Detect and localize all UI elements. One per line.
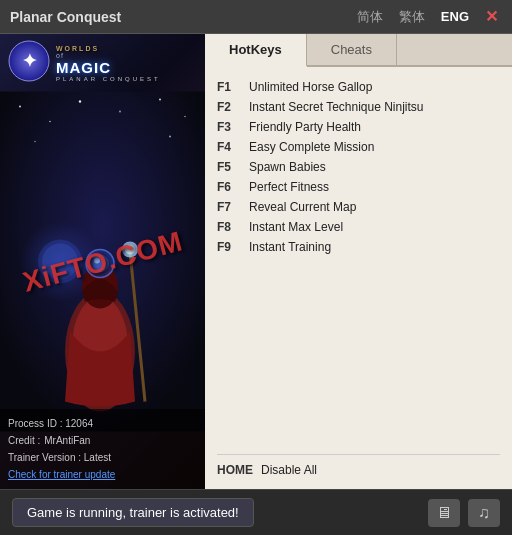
monitor-icon-button[interactable]: 🖥 xyxy=(428,499,460,527)
hotkey-label: Instant Training xyxy=(249,240,331,254)
hotkey-label: Reveal Current Map xyxy=(249,200,356,214)
svg-point-4 xyxy=(119,111,121,113)
hotkeys-list: F1Unlimited Horse GallopF2Instant Secret… xyxy=(205,67,512,450)
svg-point-2 xyxy=(49,121,51,123)
status-icons: 🖥 ♫ xyxy=(428,499,500,527)
title-bar: Planar Conquest 简体 繁体 ENG ✕ xyxy=(0,0,512,34)
hotkey-key: F5 xyxy=(217,160,241,174)
hotkey-label: Unlimited Horse Gallop xyxy=(249,80,372,94)
main-content: ✦ WORLDS of MAGIC PLANAR CONQUEST XiFTO.… xyxy=(0,34,512,489)
hotkey-key: F9 xyxy=(217,240,241,254)
hotkey-label: Perfect Fitness xyxy=(249,180,329,194)
hotkey-label: Instant Max Level xyxy=(249,220,343,234)
lang-traditional[interactable]: 繁体 xyxy=(395,6,429,28)
game-art: ✦ WORLDS of MAGIC PLANAR CONQUEST XiFTO.… xyxy=(0,34,205,489)
game-art-panel: ✦ WORLDS of MAGIC PLANAR CONQUEST XiFTO.… xyxy=(0,34,205,489)
app-title: Planar Conquest xyxy=(10,9,121,25)
trainer-version: Trainer Version : Latest xyxy=(8,449,197,466)
hotkey-item: F2Instant Secret Technique Ninjitsu xyxy=(217,97,500,117)
status-message: Game is running, trainer is activated! xyxy=(12,498,254,527)
hotkey-key: F8 xyxy=(217,220,241,234)
home-disable-row: HOME Disable All xyxy=(217,454,500,481)
hotkey-label: Instant Secret Technique Ninjitsu xyxy=(249,100,424,114)
hotkey-item: F7Reveal Current Map xyxy=(217,197,500,217)
language-selector: 简体 繁体 ENG ✕ xyxy=(353,6,502,28)
home-section: HOME Disable All xyxy=(205,450,512,489)
tab-bar: HotKeys Cheats xyxy=(205,34,512,67)
left-info-panel: Process ID : 12064 Credit : MrAntiFan Tr… xyxy=(0,409,205,489)
hotkey-label: Spawn Babies xyxy=(249,160,326,174)
svg-point-7 xyxy=(34,141,36,143)
close-button[interactable]: ✕ xyxy=(481,7,502,26)
hotkey-label: Friendly Party Health xyxy=(249,120,361,134)
hotkey-key: F7 xyxy=(217,200,241,214)
tab-cheats[interactable]: Cheats xyxy=(307,34,397,65)
tab-hotkeys[interactable]: HotKeys xyxy=(205,34,307,67)
svg-text:✦: ✦ xyxy=(22,51,37,71)
home-key: HOME xyxy=(217,463,253,477)
hotkey-item: F6Perfect Fitness xyxy=(217,177,500,197)
lang-simplified[interactable]: 简体 xyxy=(353,6,387,28)
music-icon-button[interactable]: ♫ xyxy=(468,499,500,527)
update-link[interactable]: Check for trainer update xyxy=(8,466,197,483)
process-id: Process ID : 12064 xyxy=(8,415,197,432)
hotkey-key: F2 xyxy=(217,100,241,114)
hotkey-item: F1Unlimited Horse Gallop xyxy=(217,77,500,97)
right-panel: HotKeys Cheats F1Unlimited Horse GallopF… xyxy=(205,34,512,489)
svg-point-1 xyxy=(19,106,21,108)
svg-point-3 xyxy=(79,100,81,102)
hotkey-item: F3Friendly Party Health xyxy=(217,117,500,137)
hotkey-key: F6 xyxy=(217,180,241,194)
hotkey-item: F9Instant Training xyxy=(217,237,500,257)
hotkey-key: F4 xyxy=(217,140,241,154)
game-logo: ✦ WORLDS of MAGIC PLANAR CONQUEST xyxy=(4,40,201,86)
hotkey-key: F3 xyxy=(217,120,241,134)
hotkey-label: Easy Complete Mission xyxy=(249,140,374,154)
hotkey-key: F1 xyxy=(217,80,241,94)
hotkey-item: F5Spawn Babies xyxy=(217,157,500,177)
svg-point-11 xyxy=(42,244,78,280)
hotkey-item: F8Instant Max Level xyxy=(217,217,500,237)
status-bar: Game is running, trainer is activated! 🖥… xyxy=(0,489,512,535)
home-disable-label: Disable All xyxy=(261,463,317,477)
hotkey-item: F4Easy Complete Mission xyxy=(217,137,500,157)
svg-point-20 xyxy=(94,258,100,264)
svg-point-19 xyxy=(91,255,109,273)
credit-row: Credit : MrAntiFan xyxy=(8,432,197,449)
svg-point-8 xyxy=(169,136,171,138)
svg-point-5 xyxy=(159,99,161,101)
lang-english[interactable]: ENG xyxy=(437,7,473,26)
svg-point-17 xyxy=(125,245,135,255)
svg-point-6 xyxy=(184,116,185,117)
